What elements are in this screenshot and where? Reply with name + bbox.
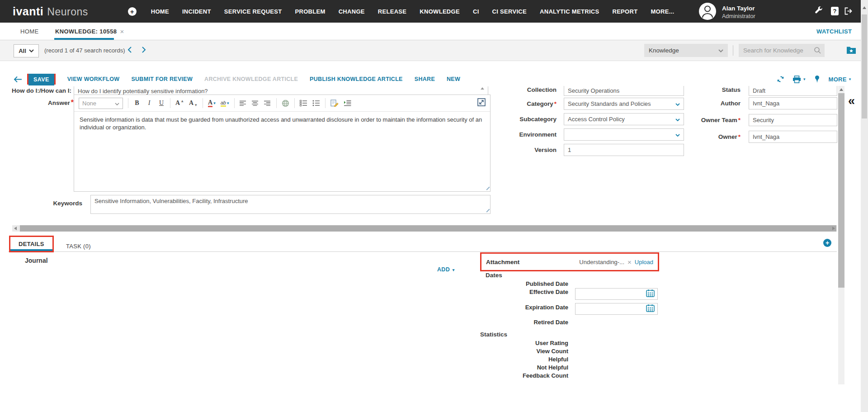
- expiration-date-input[interactable]: [575, 303, 658, 315]
- effective-date-input[interactable]: [575, 288, 658, 300]
- tab-home[interactable]: HOME: [20, 23, 39, 40]
- scrollbar-thumb[interactable]: [862, 14, 867, 118]
- bold-button[interactable]: B: [133, 98, 141, 109]
- align-right-button[interactable]: [264, 98, 271, 109]
- font-style-select[interactable]: None: [79, 98, 123, 109]
- environment-label: Environment: [466, 131, 557, 138]
- scrollbar-thumb[interactable]: [838, 93, 844, 288]
- menu-ci-service[interactable]: CI SERVICE: [492, 8, 527, 15]
- chevron-down-icon: [29, 49, 34, 52]
- content-vertical-scrollbar[interactable]: [838, 86, 844, 384]
- status-field[interactable]: Draft: [749, 86, 837, 96]
- user-menu[interactable]: Alan Taylor Administrator: [698, 2, 755, 22]
- version-field[interactable]: 1: [564, 144, 684, 156]
- align-center-button[interactable]: [252, 98, 259, 109]
- close-tab-icon[interactable]: ×: [120, 28, 124, 35]
- menu-report[interactable]: REPORT: [612, 8, 637, 15]
- edit-source-button[interactable]: [330, 98, 339, 109]
- author-field[interactable]: Ivnt_Naga: [749, 97, 837, 109]
- divider: [294, 98, 295, 108]
- italic-button[interactable]: I: [146, 98, 153, 109]
- owner-team-field[interactable]: Security: [749, 114, 837, 126]
- top-navigation-bar: ivanti Neurons + HOME INCIDENT SERVICE R…: [0, 0, 868, 23]
- back-arrow-icon[interactable]: [14, 76, 22, 83]
- ivanti-neurons-logo[interactable]: ivanti Neurons: [13, 5, 88, 18]
- previous-record-icon[interactable]: [127, 46, 132, 55]
- journal-add-button[interactable]: ADD ▾: [437, 266, 455, 273]
- align-left-button[interactable]: [240, 98, 247, 109]
- help-icon[interactable]: ?: [831, 7, 839, 15]
- resize-handle[interactable]: [486, 187, 490, 191]
- calendar-icon[interactable]: [646, 304, 655, 314]
- menu-ci[interactable]: CI: [473, 8, 479, 15]
- submit-for-review-button[interactable]: SUBMIT FOR REVIEW: [131, 76, 193, 82]
- bullet-list-button[interactable]: [312, 98, 320, 109]
- menu-release[interactable]: RELEASE: [378, 8, 407, 15]
- upload-link[interactable]: Upload: [635, 259, 653, 265]
- menu-problem[interactable]: PROBLEM: [295, 8, 326, 15]
- tab-knowledge-10558[interactable]: KNOWLEDGE: 10558 ×: [55, 23, 124, 40]
- saved-search-folder-icon[interactable]: [846, 46, 856, 56]
- refresh-icon[interactable]: [777, 76, 784, 83]
- search-input[interactable]: [739, 44, 825, 57]
- menu-incident[interactable]: INCIDENT: [182, 8, 211, 15]
- tab-details[interactable]: DETAILS: [10, 237, 52, 251]
- share-button[interactable]: SHARE: [415, 76, 435, 82]
- scroll-up-arrow[interactable]: [863, 6, 866, 9]
- collapse-panel-icon[interactable]: «: [848, 95, 855, 107]
- scope-select[interactable]: All: [14, 44, 39, 57]
- watchlist-link[interactable]: WATCHLIST: [816, 23, 852, 40]
- resize-handle[interactable]: [486, 209, 490, 213]
- workspace-tab-bar: HOME KNOWLEDGE: 10558 × WATCHLIST: [0, 23, 868, 40]
- scroll-up-arrow[interactable]: [840, 88, 843, 91]
- feedback-count-label: Feedback Count: [469, 372, 568, 380]
- chevron-down-icon: [115, 100, 119, 107]
- keywords-input[interactable]: Sensitive Information, Vulnerabilities, …: [90, 195, 491, 214]
- statistics-section-label: Statistics: [480, 331, 507, 338]
- increase-font-size-button[interactable]: A▲: [175, 98, 184, 109]
- annotation-box-attachment: Attachment Understanding-... × Upload: [480, 252, 659, 271]
- tab-task[interactable]: TASK (0): [58, 239, 99, 252]
- font-color-button[interactable]: A▾: [208, 98, 216, 109]
- menu-more[interactable]: MORE...: [651, 8, 674, 15]
- attachment-file-link[interactable]: Understanding-...: [579, 259, 624, 265]
- underline-button[interactable]: U: [158, 98, 165, 109]
- view-workflow-button[interactable]: VIEW WORKFLOW: [67, 76, 120, 82]
- menu-service-request[interactable]: SERVICE REQUEST: [224, 8, 282, 15]
- highlight-color-button[interactable]: ab▾: [221, 98, 229, 109]
- menu-knowledge[interactable]: KNOWLEDGE: [420, 8, 460, 15]
- owner-field[interactable]: Ivnt_Naga: [749, 131, 837, 143]
- scroll-left-arrow[interactable]: [14, 227, 17, 230]
- publish-knowledge-article-button[interactable]: PUBLISH KNOWLEDGE ARTICLE: [310, 76, 403, 82]
- decrease-font-size-button[interactable]: A▼: [189, 98, 198, 109]
- keywords-label: Keywords: [27, 199, 82, 207]
- next-record-icon[interactable]: [142, 46, 146, 55]
- remove-attachment-icon[interactable]: ×: [627, 258, 632, 266]
- app-window: ivanti Neurons + HOME INCIDENT SERVICE R…: [0, 0, 868, 412]
- pin-icon[interactable]: [814, 75, 821, 83]
- new-record-plus-icon[interactable]: +: [128, 7, 137, 16]
- record-count-info: (record 1 of 47 search records): [44, 47, 125, 54]
- more-dropdown[interactable]: MORE ▾: [829, 76, 851, 83]
- menu-analytic-metrics[interactable]: ANALYTIC METRICS: [540, 8, 599, 15]
- calendar-icon[interactable]: [646, 289, 655, 299]
- indent-paragraph-button[interactable]: [344, 98, 351, 109]
- menu-home[interactable]: HOME: [151, 8, 169, 15]
- answer-text[interactable]: Sensitive information is data that must …: [74, 112, 490, 135]
- ordered-list-button[interactable]: [300, 98, 307, 109]
- settings-wrench-icon[interactable]: [815, 6, 823, 16]
- owner-label: Owner*: [650, 133, 741, 140]
- menu-change[interactable]: CHANGE: [339, 8, 365, 15]
- search-module-select[interactable]: Knowledge: [644, 44, 728, 57]
- horizontal-scrollbar[interactable]: [12, 225, 837, 232]
- scroll-right-arrow[interactable]: [832, 227, 835, 230]
- insert-link-globe-icon[interactable]: [282, 98, 289, 109]
- new-button[interactable]: NEW: [447, 76, 460, 82]
- scrollbar-thumb[interactable]: [20, 225, 836, 232]
- save-button[interactable]: SAVE: [28, 74, 54, 85]
- print-icon[interactable]: ▾: [793, 76, 806, 83]
- page-vertical-scrollbar[interactable]: [861, 0, 868, 412]
- add-tab-plus-icon[interactable]: +: [823, 239, 831, 247]
- collection-label: Collection: [466, 86, 557, 92]
- logout-icon[interactable]: [844, 7, 853, 17]
